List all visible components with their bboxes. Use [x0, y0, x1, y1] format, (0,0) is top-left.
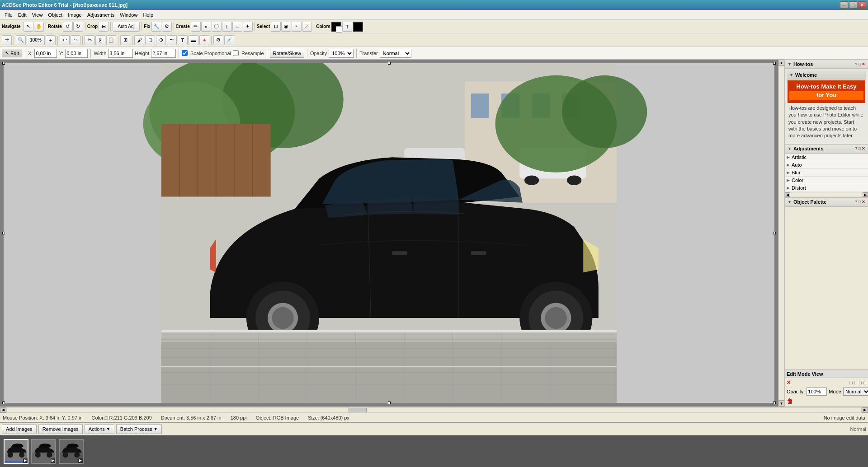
minimize-button[interactable]: ─ [840, 1, 848, 9]
foreground-color[interactable] [331, 22, 341, 32]
thumb-1-arrow[interactable]: ▶ [51, 458, 55, 463]
adj-scroll-right[interactable]: ▶ [863, 192, 868, 197]
zoom-out-btn[interactable]: 🔍 [16, 35, 26, 45]
howtos-close-btn[interactable]: ✕ [862, 62, 865, 66]
fix1-btn[interactable]: 🔧 [151, 22, 161, 32]
shape2-tool[interactable]: 🔺 [199, 35, 209, 45]
em-opacity-input[interactable] [807, 388, 827, 396]
rotate-skew-btn[interactable]: Rotate/Skew [270, 49, 304, 58]
menu-window[interactable]: Window [117, 11, 140, 19]
menu-image[interactable]: Image [65, 11, 85, 19]
em-mode-select[interactable]: Normal Multiply [843, 388, 868, 396]
adj-pin-btn[interactable]: □ [859, 146, 861, 151]
adj-close-btn[interactable]: ✕ [862, 146, 865, 151]
edit-mode-btn[interactable]: ↖ Edit [2, 49, 22, 57]
adj-auto[interactable]: ▶ Auto [785, 161, 868, 169]
zoom-pct-btn[interactable]: 100% [27, 35, 45, 45]
em-icon2[interactable]: □ [854, 380, 857, 385]
color-btn[interactable] [353, 22, 363, 32]
menu-file[interactable]: File [2, 11, 15, 19]
menu-object[interactable]: Object [45, 11, 65, 19]
handle-top-right[interactable] [773, 62, 776, 65]
howtos-pin-btn[interactable]: □ [859, 62, 861, 66]
smudge-tool[interactable]: 〜 [167, 35, 177, 45]
image-canvas[interactable] [4, 63, 774, 403]
rotate-ccw-btn[interactable]: ↺ [63, 22, 73, 32]
tool-settings[interactable]: ⚙ [213, 35, 223, 45]
scroll-track-vertical[interactable] [778, 66, 785, 400]
em-icon1[interactable]: □ [850, 380, 853, 385]
picker-tool[interactable]: 💉 [224, 35, 234, 45]
resample-check[interactable] [233, 50, 239, 56]
rotate-cw-btn[interactable]: ↻ [73, 22, 83, 32]
handle-top-mid[interactable] [388, 62, 391, 65]
eraser-tool[interactable]: ◻ [145, 35, 155, 45]
zoom-in-btn[interactable]: + [46, 35, 56, 45]
brush-tool[interactable]: 🖌 [134, 35, 144, 45]
op-pin-btn[interactable]: □ [859, 200, 861, 204]
thumbnail-0[interactable]: ▶ [4, 439, 28, 464]
paste-btn[interactable]: 📋 [106, 35, 116, 45]
scroll-right-arrow[interactable]: ▶ [862, 407, 868, 413]
handle-right-mid[interactable] [773, 232, 776, 234]
select2-btn[interactable]: ◉ [281, 22, 291, 32]
menu-help[interactable]: Help [140, 11, 156, 19]
undo-btn[interactable]: ↩ [60, 35, 70, 45]
height-input[interactable] [151, 49, 176, 58]
scroll-left-arrow[interactable]: ◀ [0, 407, 6, 413]
thumb-0-arrow[interactable]: ▶ [23, 458, 28, 463]
scroll-down-arrow[interactable]: ▼ [778, 400, 785, 406]
thumbnail-1[interactable]: ▶ [31, 439, 56, 464]
cut-btn[interactable]: ✂ [85, 35, 94, 45]
menu-view[interactable]: View [29, 11, 46, 19]
thumb-2-arrow[interactable]: ▶ [78, 458, 83, 463]
create3-btn[interactable]: 〇 [212, 22, 222, 32]
menu-edit[interactable]: Edit [15, 11, 29, 19]
select4-btn[interactable]: 🪄 [302, 22, 312, 32]
create4-btn[interactable]: T [222, 22, 232, 32]
text-tool-btn[interactable]: T [342, 22, 352, 32]
create6-btn[interactable]: ✦ [243, 22, 253, 32]
h-scroll-track[interactable] [6, 407, 862, 413]
op-help-btn[interactable]: ? [855, 200, 858, 204]
em-icon4[interactable]: □ [863, 380, 866, 385]
remove-images-btn[interactable]: Remove Images [38, 424, 83, 434]
em-trash-icon[interactable]: 🗑 [787, 397, 793, 405]
em-icon3[interactable]: □ [859, 380, 862, 385]
restore-button[interactable]: □ [849, 1, 857, 9]
adj-blur[interactable]: ▶ Blur [785, 169, 868, 177]
create1-btn[interactable]: ✏ [191, 22, 201, 32]
select3-btn[interactable]: ⁍ [292, 22, 302, 32]
y-input[interactable] [65, 49, 88, 58]
scroll-up-arrow[interactable]: ▲ [778, 60, 785, 66]
adj-color[interactable]: ▶ Color [785, 177, 868, 184]
x-input[interactable] [34, 49, 57, 58]
handle-top-left[interactable] [2, 62, 5, 65]
width-input[interactable] [108, 49, 133, 58]
pointer-tool[interactable]: ↖ [24, 22, 33, 32]
crop-btn[interactable]: ⊟ [99, 22, 108, 32]
mode-select[interactable]: Normal Multiply Screen Overlay [380, 49, 411, 58]
add-images-btn[interactable]: Add Images [2, 424, 37, 434]
adj-distort[interactable]: ▶ Distort [785, 184, 868, 192]
howtos-help-btn[interactable]: ? [855, 62, 858, 66]
opacity-select[interactable]: 100% 75% 50% 25% [329, 49, 354, 58]
fix2-btn[interactable]: ⚙ [162, 22, 172, 32]
h-scroll-thumb[interactable] [349, 408, 367, 412]
op-close-btn[interactable]: ✕ [862, 200, 865, 204]
howtos-collapse-arrow[interactable]: ▼ [788, 62, 792, 66]
fill-tool[interactable]: ⊕ [156, 35, 166, 45]
batch-process-btn[interactable]: Batch Process ▼ [116, 424, 162, 434]
create5-btn[interactable]: ≡ [232, 22, 242, 32]
create2-btn[interactable]: ▪ [201, 22, 211, 32]
op-collapse-arrow[interactable]: ▼ [788, 200, 792, 204]
shape-tool[interactable]: ▬ [189, 35, 198, 45]
select1-btn[interactable]: ⊡ [271, 22, 281, 32]
hand-tool[interactable]: ✋ [34, 22, 44, 32]
text-tool2[interactable]: T [178, 35, 188, 45]
adj-scroll-left[interactable]: ◀ [785, 192, 790, 197]
em-close-icon[interactable]: ✕ [787, 380, 791, 386]
close-button[interactable]: ✕ [858, 1, 866, 9]
thumbnail-2[interactable]: ▶ [59, 439, 84, 464]
welcome-collapse-arrow[interactable]: ▼ [789, 73, 793, 77]
